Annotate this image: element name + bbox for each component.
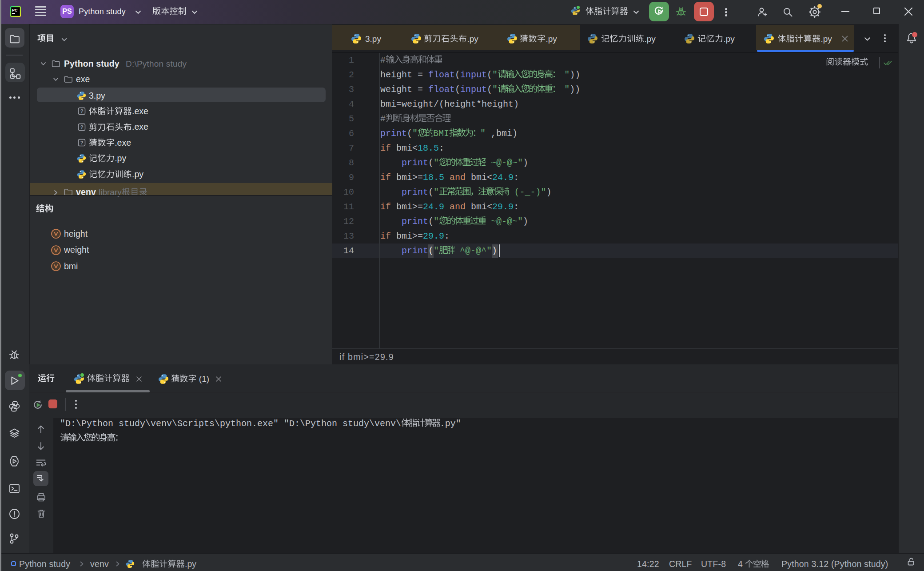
svg-text:?: ? xyxy=(80,140,84,145)
svg-text:?: ? xyxy=(80,109,84,114)
svg-text:?: ? xyxy=(80,124,84,130)
svg-text:PC: PC xyxy=(12,8,18,12)
